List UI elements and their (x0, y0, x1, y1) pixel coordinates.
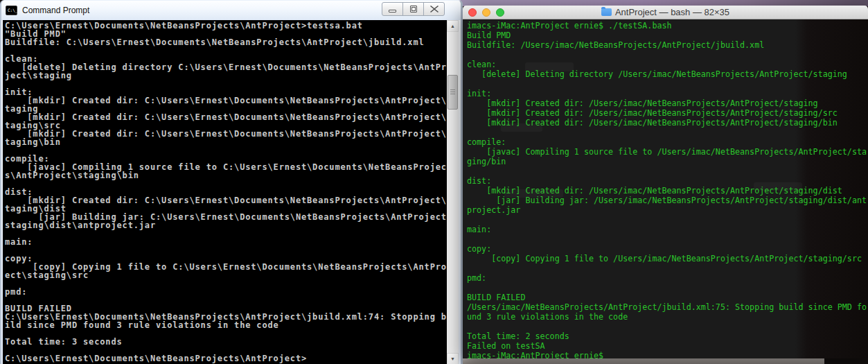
console-line: s\AntProject\staging\bin (5, 171, 450, 180)
console-line: Total time: 2 seconds (467, 331, 868, 341)
console-line: [mkdir] Created dir: /Users/imac/NetBean… (467, 98, 868, 108)
scrollbar-thumb[interactable] (448, 75, 458, 110)
scroll-down-button[interactable]: ▼ (447, 353, 459, 364)
console-line: Failed on testSA (467, 341, 868, 351)
console-line: main: (5, 238, 450, 246)
restore-icon (410, 6, 417, 12)
console-line (5, 46, 450, 55)
console-line: C:\Users\Ernest\Documents\NetBeansProjec… (5, 354, 450, 363)
terminal-title: AntProject — bash — 82×35 (615, 7, 729, 17)
console-line: taging\bin (5, 138, 450, 146)
console-line: [mkdir] Created dir: /Users/imac/NetBean… (467, 118, 868, 128)
console-line: und 3 rule violations in the code (467, 312, 868, 322)
console-line (467, 166, 868, 176)
console-line (467, 234, 868, 244)
console-line (5, 180, 450, 188)
console-line: C:\Users\Ernest\Documents\NetBeansProjec… (5, 21, 450, 30)
console-line: ging/bin (467, 157, 868, 166)
console-line (467, 263, 868, 273)
console-line (467, 50, 868, 60)
scroll-up-button[interactable]: ▲ (447, 20, 459, 32)
console-line: main: (467, 225, 868, 234)
console-line: pmd: (467, 273, 868, 283)
cmd-scrollbar[interactable]: ▲ ▼ (447, 20, 459, 364)
console-line (467, 79, 868, 89)
console-line: dist: (467, 176, 868, 186)
console-line: pmd: (5, 288, 450, 296)
window-title: Command Prompt (22, 6, 89, 15)
zoom-traffic-light[interactable] (496, 8, 504, 17)
console-line: compile: (467, 137, 868, 147)
console-line: ild since PMD found 3 rule violations in… (5, 321, 450, 329)
console-line: init: (467, 89, 868, 98)
console-line: [jar] Building jar: /Users/imac/NetBeans… (467, 196, 868, 205)
console-line: [mkdir] Created dir: C:\Users\Ernest\Doc… (5, 130, 450, 138)
console-line (5, 146, 450, 155)
console-line: [mkdir] Created dir: C:\Users\Ernest\Doc… (5, 113, 450, 121)
console-line: imacs-iMac:AntProject ernie$ (467, 351, 868, 358)
console-line: Build PMD (467, 31, 868, 40)
console-line: [mkdir] Created dir: C:\Users\Ernest\Doc… (5, 96, 450, 105)
terminal-title-group: AntProject — bash — 82×35 (601, 7, 729, 17)
console-line: copy: (467, 244, 868, 254)
console-line (467, 128, 868, 137)
minimize-icon (389, 10, 396, 12)
window-controls (382, 2, 445, 16)
close-button[interactable] (423, 2, 445, 16)
console-line: /Users/imac/NetBeansProjects/AntProject/… (467, 302, 868, 312)
console-line (467, 322, 868, 331)
console-line: Buildfile: /Users/imac/NetBeansProjects/… (467, 40, 868, 50)
console-line: BUILD FAILED (467, 293, 868, 302)
console-line: [delete] Deleting directory /Users/imac/… (467, 69, 868, 79)
console-line (5, 229, 450, 238)
minimize-traffic-light[interactable] (482, 8, 490, 17)
console-line: project.jar (467, 205, 868, 215)
folder-icon (601, 8, 612, 16)
terminal-console-output: imacs-iMac:AntProject ernie$ ./testSA.ba… (463, 19, 868, 358)
console-line: staging\dist\antproject.jar (5, 221, 450, 229)
terminal-titlebar[interactable]: AntProject — bash — 82×35 (463, 6, 868, 19)
console-line (5, 80, 450, 88)
console-line: Total time: 3 seconds (5, 338, 450, 346)
console-line: clean: (467, 60, 868, 69)
console-line: [mkdir] Created dir: C:\Users\Ernest\Doc… (5, 196, 450, 205)
console-line (5, 279, 450, 288)
minimize-button[interactable] (382, 2, 403, 16)
console-line: [javac] Compiling 1 source file to /User… (467, 147, 868, 157)
console-line: ect\staging\src (5, 271, 450, 279)
restore-button[interactable] (402, 2, 424, 16)
console-line: imacs-iMac:AntProject ernie$ ./testSA.ba… (467, 21, 868, 31)
console-line: [mkdir] Created dir: /Users/imac/NetBean… (467, 186, 868, 196)
cmd-console-output: C:\Users\Ernest\Documents\NetBeansProjec… (3, 20, 450, 364)
background-window-edge (463, 358, 824, 364)
scrollbar-grip (450, 89, 455, 95)
console-line: [mkdir] Created dir: /Users/imac/NetBean… (467, 108, 868, 118)
command-prompt-window: C:\_ Command Prompt C:\Users\Ernest\Docu… (0, 0, 463, 364)
traffic-lights (468, 8, 504, 17)
console-line (5, 246, 450, 254)
mac-terminal-window: AntProject — bash — 82×35 imacs-iMac:Ant… (463, 6, 868, 358)
console-line: ject\staging (5, 71, 450, 80)
console-line: [copy] Copying 1 file to /Users/imac/Net… (467, 254, 868, 263)
console-line: Buildfile: C:\Users\Ernest\Documents\Net… (5, 38, 450, 46)
console-line (467, 215, 868, 225)
close-traffic-light[interactable] (468, 8, 477, 17)
console-line (467, 283, 868, 293)
cmd-icon: C:\_ (6, 6, 17, 15)
screenshot-root: C:\_ Command Prompt C:\Users\Ernest\Docu… (0, 0, 868, 364)
close-icon (430, 6, 439, 12)
cmd-titlebar[interactable]: C:\_ Command Prompt (1, 1, 461, 20)
